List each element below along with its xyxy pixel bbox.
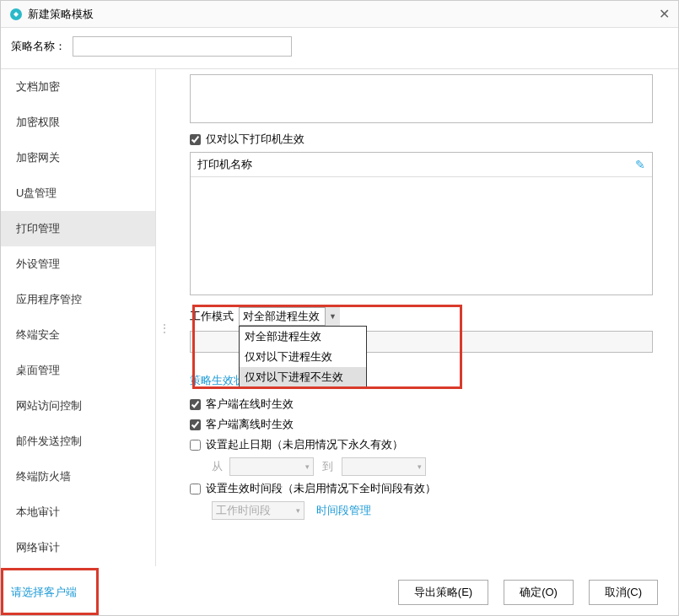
sidebar-item[interactable]: 文档加密 bbox=[1, 69, 155, 105]
chevron-down-icon: ▾ bbox=[418, 462, 422, 471]
content-panel: ⋮ 仅对以下打印机生效 打印机名称 ✎ 工作模式 对全部进程生效 ▼ 对全部进程… bbox=[156, 69, 678, 566]
work-mode-label: 工作模式 bbox=[190, 309, 234, 324]
to-date: ▾ bbox=[342, 457, 426, 476]
to-label: 到 bbox=[322, 459, 333, 474]
chevron-down-icon: ▾ bbox=[296, 506, 300, 515]
edit-icon[interactable]: ✎ bbox=[635, 158, 645, 171]
offline-checkbox[interactable] bbox=[190, 419, 201, 430]
sidebar-item[interactable]: 加密网关 bbox=[1, 140, 155, 176]
sidebar-item[interactable]: 文档安全 bbox=[1, 565, 155, 566]
offline-label: 客户端离线时生效 bbox=[206, 417, 294, 432]
titlebar: 新建策略模板 ✕ bbox=[1, 1, 678, 28]
sidebar-item[interactable]: 本地审计 bbox=[1, 494, 155, 530]
period-label: 设置生效时间段（未启用情况下全时间段有效） bbox=[206, 481, 436, 496]
chevron-down-icon[interactable]: ▼ bbox=[325, 307, 340, 326]
sidebar-item[interactable]: 应用程序管控 bbox=[1, 282, 155, 317]
sidebar-item[interactable]: U盘管理 bbox=[1, 176, 155, 211]
printer-name-header: 打印机名称 bbox=[197, 157, 252, 172]
daterange-checkbox[interactable] bbox=[190, 440, 201, 451]
window-title: 新建策略模板 bbox=[28, 7, 94, 22]
sidebar-item[interactable]: 终端防火墙 bbox=[1, 459, 155, 494]
dropdown-option[interactable]: 仅对以下进程不生效 bbox=[240, 367, 366, 387]
sidebar-item[interactable]: 邮件发送控制 bbox=[1, 424, 155, 459]
export-button[interactable]: 导出策略(E) bbox=[398, 580, 488, 605]
footer-buttons: 导出策略(E) 确定(O) 取消(C) bbox=[398, 580, 658, 605]
sidebar-item[interactable]: 外设管理 bbox=[1, 246, 155, 282]
work-mode-combo[interactable]: 对全部进程生效 ▼ 对全部进程生效仅对以下进程生效仅对以下进程不生效 bbox=[239, 307, 340, 326]
sidebar-item[interactable]: 桌面管理 bbox=[1, 353, 155, 388]
name-row: 策略名称： bbox=[1, 28, 678, 68]
sidebar-item[interactable]: 网络审计 bbox=[1, 530, 155, 565]
period-checkbox[interactable] bbox=[190, 484, 201, 494]
dropdown-option[interactable]: 仅对以下进程生效 bbox=[240, 347, 366, 367]
cancel-button[interactable]: 取消(C) bbox=[589, 580, 658, 605]
close-icon[interactable]: ✕ bbox=[659, 6, 670, 22]
work-mode-dropdown[interactable]: 对全部进程生效仅对以下进程生效仅对以下进程不生效 bbox=[239, 326, 367, 388]
select-client-link[interactable]: 请选择客户端 bbox=[11, 585, 77, 600]
sidebar-item[interactable]: 网站访问控制 bbox=[1, 388, 155, 424]
sidebar-item[interactable]: 终端安全 bbox=[1, 317, 155, 353]
printer-only-label: 仅对以下打印机生效 bbox=[206, 132, 304, 147]
online-checkbox[interactable] bbox=[190, 399, 201, 410]
daterange-label: 设置起止日期（未启用情况下永久有效） bbox=[206, 437, 403, 452]
period-select-value: 工作时间段 bbox=[216, 503, 271, 518]
sidebar-item[interactable]: 打印管理 bbox=[1, 211, 155, 246]
ok-button[interactable]: 确定(O) bbox=[504, 580, 574, 605]
name-label: 策略名称： bbox=[11, 39, 66, 54]
dropdown-option[interactable]: 对全部进程生效 bbox=[240, 327, 366, 347]
printer-only-checkbox[interactable] bbox=[190, 134, 201, 145]
app-logo-icon bbox=[9, 8, 23, 21]
from-date: ▾ bbox=[229, 457, 314, 476]
online-label: 客户端在线时生效 bbox=[206, 397, 294, 412]
from-label: 从 bbox=[212, 459, 223, 474]
sidebar-item[interactable]: 加密权限 bbox=[1, 105, 155, 140]
period-select: 工作时间段 ▾ bbox=[212, 501, 304, 520]
policy-name-input[interactable] bbox=[73, 36, 292, 57]
empty-textarea[interactable] bbox=[190, 74, 653, 123]
drag-handle-icon[interactable]: ⋮ bbox=[159, 322, 170, 334]
printer-table[interactable]: 打印机名称 ✎ bbox=[190, 152, 653, 295]
sidebar[interactable]: 文档加密加密权限加密网关U盘管理打印管理外设管理应用程序管控终端安全桌面管理网站… bbox=[1, 69, 156, 566]
chevron-down-icon: ▾ bbox=[305, 462, 310, 471]
period-manage-link: 时间段管理 bbox=[316, 503, 371, 518]
work-mode-value: 对全部进程生效 bbox=[243, 309, 320, 324]
